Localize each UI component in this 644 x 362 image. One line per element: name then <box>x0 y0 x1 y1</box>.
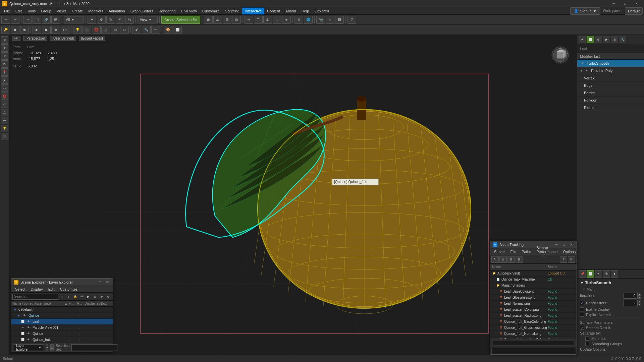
menu-help[interactable]: Help <box>299 8 312 14</box>
menu-interactive[interactable]: Interactive <box>242 8 265 14</box>
menu-create[interactable]: Create <box>69 8 86 14</box>
eye-icon-turbosmooth[interactable]: 👁 <box>580 61 585 66</box>
signin-button[interactable]: 👤 Sign In ▼ <box>570 7 600 15</box>
se-row-leaf[interactable]: ⬜ 👁 Leaf · · <box>11 319 113 325</box>
layer-manager-button[interactable]: ⊞ <box>294 16 303 24</box>
link-button[interactable]: 🔗 <box>42 16 51 24</box>
at-row-leaf-normal[interactable]: 🖼 Leaf_Normal.png Found <box>490 301 577 307</box>
modifier-list[interactable]: 👁 TurboSmooth ▼ 👁 Editable Poly Vertex E… <box>577 60 644 269</box>
modifier-vertex[interactable]: Vertex <box>577 74 644 82</box>
viewport-gizmo[interactable]: Y Z X <box>550 45 570 65</box>
render-iters-input[interactable] <box>624 300 637 306</box>
light-btn[interactable]: 💡 <box>73 26 82 34</box>
camera-lt-btn[interactable]: 🎥 <box>1 133 8 140</box>
angle-snap-button[interactable]: ∠ <box>213 16 222 24</box>
select-btn[interactable]: ✦ <box>88 16 96 24</box>
modifier-element[interactable]: Element <box>577 104 644 111</box>
menu-graph-editors[interactable]: Graph Editors <box>128 8 156 14</box>
viewport-perspective-tag[interactable]: [Perspective] <box>23 36 47 41</box>
at-maximize-btn[interactable]: □ <box>561 242 567 247</box>
mod-pin-btn[interactable]: 📌 <box>579 270 586 278</box>
se-row-quince-fruit[interactable]: ⬜ 👁 Quince_fruit · · <box>11 337 113 343</box>
menu-tools[interactable]: Tools <box>24 8 39 14</box>
set-key-btn[interactable]: ⏭ <box>20 26 29 34</box>
rotate-btn[interactable]: ↻ <box>106 16 115 24</box>
create-selection-button[interactable]: Create Selection Se <box>161 16 200 24</box>
at-menu-paths[interactable]: Paths <box>519 249 534 254</box>
materials-checkbox[interactable] <box>585 337 589 341</box>
menu-civil-view[interactable]: Civil View <box>178 8 199 14</box>
sphere-btn[interactable]: ⭕ <box>92 26 101 34</box>
render-frame-button[interactable]: 🖼 <box>335 16 344 24</box>
redo-button[interactable]: ↪ <box>11 16 19 24</box>
at-menu-file[interactable]: File <box>507 249 519 254</box>
at-content[interactable]: 📁 Autodesk Vault Logged Out 📄 Quince_max… <box>490 270 577 339</box>
se-collapse-btn[interactable]: ⊖ <box>105 294 111 300</box>
close-button[interactable]: ✕ <box>631 0 642 7</box>
select-object-button[interactable]: ↗ <box>23 16 32 24</box>
modifier-polygon[interactable]: Polygon <box>577 97 644 104</box>
slate-btn[interactable]: ⬜ <box>173 26 182 34</box>
box-lt-btn[interactable]: ▭ <box>1 84 8 92</box>
se-menu-select[interactable]: Select <box>12 287 28 292</box>
se-row-quince-group[interactable]: ▶ 👁 Quince · · <box>11 313 113 319</box>
light-lt-btn[interactable]: 💡 <box>1 125 8 132</box>
se-menu-customize[interactable]: Customize <box>57 287 80 292</box>
mirror-button[interactable]: ⊣ <box>245 16 253 24</box>
menu-animation[interactable]: Animation <box>106 8 128 14</box>
workspace-dropdown[interactable]: Default <box>625 7 643 15</box>
move-lt-btn[interactable]: ✛ <box>1 44 8 52</box>
mod-move-up-btn[interactable]: ⬆ <box>611 270 618 278</box>
menu-file[interactable]: File <box>1 8 13 14</box>
menu-customize[interactable]: Customize <box>200 8 222 14</box>
se-sort-btn[interactable]: ↕ <box>66 294 72 300</box>
explicit-normals-checkbox[interactable] <box>580 313 584 317</box>
iterations-down-btn[interactable]: ▼ <box>637 296 641 299</box>
stop-btn[interactable]: ⏹ <box>42 26 51 34</box>
rp-hierarchy-btn[interactable]: ⊕ <box>595 36 602 43</box>
viewport-plus-tag[interactable]: [+] <box>12 36 20 41</box>
modifier-editable-poly[interactable]: ▼ 👁 Editable Poly <box>577 67 644 74</box>
at-row-leaf-base[interactable]: 🖼 Leaf_BaseColor.png Found <box>490 289 577 295</box>
percent-btn[interactable]: % <box>125 16 134 24</box>
se-close-btn[interactable]: ✕ <box>105 280 110 285</box>
se-lock-btn[interactable]: 🔒 <box>72 294 78 300</box>
menu-edit[interactable]: Edit <box>13 8 24 14</box>
key-btn[interactable]: 🔑 <box>1 26 10 34</box>
next-frame-btn[interactable]: ⏭ <box>61 26 69 34</box>
normal-align-button[interactable]: ↕ <box>273 16 281 24</box>
se-footer-explorer-dropdown[interactable]: Layer Explorer ▼ <box>14 344 44 351</box>
se-expand-btn[interactable]: ⊕ <box>99 294 105 300</box>
percent-snap-button[interactable]: % <box>223 16 231 24</box>
at-row-vault[interactable]: 📁 Autodesk Vault Logged Out <box>490 270 577 277</box>
se-minimize-btn[interactable]: ─ <box>90 280 95 285</box>
at-menu-server[interactable]: Server <box>491 249 507 254</box>
se-selection-set-input[interactable] <box>71 344 117 351</box>
menu-explorex[interactable]: ExploreX <box>312 8 332 14</box>
rp-create-btn[interactable]: ✦ <box>579 36 586 43</box>
render-setup-button[interactable]: 📷 <box>316 16 325 24</box>
cylinder-lt-btn[interactable]: ⬭ <box>1 101 8 108</box>
render-iters-down-btn[interactable]: ▼ <box>637 303 641 306</box>
render-button[interactable]: ▷ <box>326 16 334 24</box>
place-btn[interactable]: 📍 <box>1 68 8 76</box>
at-help-btn[interactable]: ? <box>560 256 567 263</box>
select-filter-btn[interactable]: ⊕ <box>1 36 8 44</box>
at-close-btn[interactable]: ✕ <box>569 242 574 247</box>
at-expand-btn[interactable]: ⇱ <box>568 256 575 263</box>
modifier-turbosmooth[interactable]: 👁 TurboSmooth <box>577 60 644 67</box>
se-row-default-layer[interactable]: ⊞ 0 (default) · · <box>11 307 113 313</box>
scale-lt-btn[interactable]: ⇱ <box>1 60 8 68</box>
at-row-fruit-base[interactable]: 🖼 Quince_fruit_BaseColor.png Found <box>490 319 577 325</box>
quick-align-button[interactable]: ⊥ <box>263 16 272 24</box>
at-row-max-file[interactable]: 📄 Quince_max_vray.max Ok <box>490 277 577 283</box>
menu-modifiers[interactable]: Modifiers <box>86 8 106 14</box>
rp-modify-btn[interactable]: ⬜ <box>587 36 594 43</box>
menu-arnold[interactable]: Arnold <box>283 8 299 14</box>
plane-lt-btn[interactable]: ▬ <box>1 117 8 124</box>
se-vis-btn[interactable]: 👁 <box>79 294 85 300</box>
isoline-checkbox[interactable] <box>580 307 584 311</box>
help-button[interactable]: ? <box>347 16 356 24</box>
move-btn[interactable]: ✛ <box>97 16 106 24</box>
align-button[interactable]: ⊤ <box>254 16 263 24</box>
